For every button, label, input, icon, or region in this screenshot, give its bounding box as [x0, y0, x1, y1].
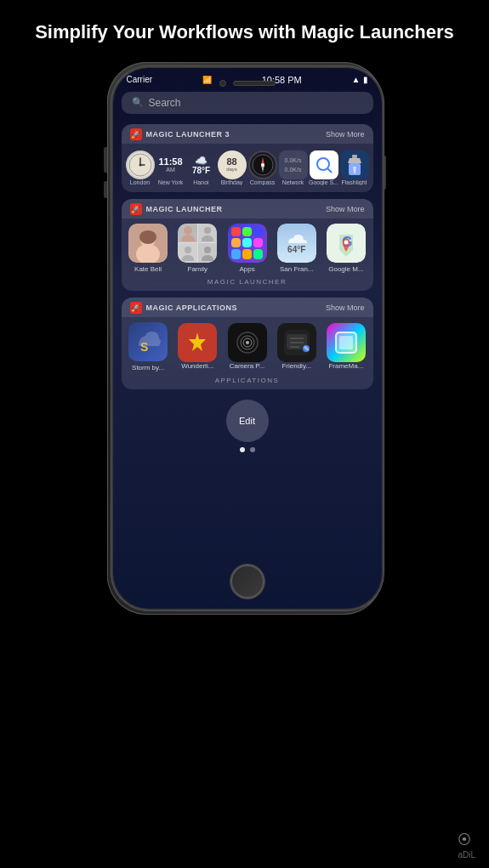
page-wrapper: Simplify Your Workflows with Magic Launc… — [0, 0, 489, 868]
widget-card-launcher3: 🚀 MAGIC LAUNCHER 3 Show More — [122, 124, 373, 192]
edit-button[interactable]: Edit — [226, 400, 269, 442]
phone-outer: Carrier 📶 10:58 PM ▲ ▮ 🔍 Search — [107, 62, 383, 615]
app-item-weather-sf[interactable]: 64°F San Fran... — [273, 224, 320, 273]
weather-sf-box: 64°F — [277, 224, 316, 263]
widget-item-google-search[interactable]: Google S... — [310, 150, 338, 185]
mosaic-cell-1 — [178, 224, 197, 243]
apps-dot-2 — [242, 227, 252, 236]
widget-item-compass[interactable]: Compass — [249, 150, 276, 185]
pagination-dots — [113, 442, 382, 456]
brand-icon: ⦿ — [458, 832, 471, 847]
launcher3-icon: 🚀 — [130, 128, 142, 140]
app-item-framemag[interactable]: FrameMa... — [322, 323, 369, 370]
app-item-gmaps[interactable]: G Google M... — [322, 224, 369, 273]
days-widget: 88 days — [218, 150, 247, 179]
widget-header-launcher2: 🚀 MAGIC LAUNCHER Show More — [122, 199, 373, 218]
svg-point-24 — [204, 247, 211, 253]
net-up: 0.0K/s — [285, 156, 302, 164]
apps-dot-5 — [242, 238, 252, 247]
widget-item-birthday[interactable]: 88 days Birthday — [219, 150, 246, 185]
side-btn-mute — [104, 147, 107, 173]
apps-dot-7 — [231, 249, 241, 258]
app-item-wunderlist[interactable]: Wunderli... — [174, 323, 221, 370]
applications-icon: 🚀 — [130, 302, 142, 314]
app-item-friendly[interactable]: ✎ Friendly... — [273, 323, 320, 370]
pagination-dot-1 — [240, 447, 245, 452]
launcher3-items-row: London 11:58 AM New York — [122, 144, 373, 192]
svg-text:S: S — [140, 340, 148, 354]
weather-hanoi-widget: ☁️ 78°F — [187, 150, 216, 179]
svg-point-21 — [202, 235, 213, 241]
widget-header-left2: 🚀 MAGIC LAUNCHER — [130, 203, 223, 215]
net-down: 0.0K/s — [285, 166, 302, 173]
svg-point-17 — [139, 230, 156, 244]
brand-mark: ⦿ aDiL — [458, 829, 475, 859]
friendly-label: Friendly... — [281, 362, 311, 370]
widget-item-clock[interactable]: London — [127, 150, 154, 185]
wunderlist-label: Wunderli... — [181, 362, 213, 370]
svg-marker-30 — [189, 332, 206, 351]
flashlight-widget — [340, 150, 369, 179]
widget-header-apps: 🚀 MAGIC APPLICATIONS Show More — [122, 298, 373, 317]
widget-item-weather-hanoi[interactable]: ☁️ 78°F Hanoi — [188, 150, 215, 185]
svg-point-7 — [261, 163, 264, 167]
show-more-apps[interactable]: Show More — [326, 304, 365, 312]
storm-label: Storm by... — [132, 364, 164, 372]
flashlight-label: Flashlight — [342, 179, 367, 185]
app-item-family[interactable]: Family — [174, 224, 221, 273]
svg-point-3 — [139, 163, 141, 166]
widget-item-flashlight[interactable]: Flashlight — [341, 150, 368, 185]
camerapro-label: Camera P... — [230, 362, 265, 370]
status-right: ▲ ▮ — [352, 75, 368, 84]
network-label: Network — [282, 179, 304, 185]
launcher2-footer: MAGIC LAUNCHER — [122, 276, 373, 291]
google-search-widget — [310, 150, 338, 179]
search-bar[interactable]: 🔍 Search — [122, 92, 373, 114]
weather-sf-icon: 64°F — [277, 224, 316, 263]
show-more-launcher3[interactable]: Show More — [326, 130, 365, 139]
family-label: Family — [188, 265, 208, 273]
carrier-label: Carrier — [127, 75, 153, 84]
svg-point-23 — [182, 255, 194, 261]
family-mosaic — [178, 224, 217, 263]
svg-rect-10 — [352, 155, 357, 158]
apps-icon — [228, 224, 267, 263]
svg-point-34 — [246, 341, 249, 344]
app-item-storm[interactable]: S Storm by... — [125, 322, 172, 372]
svg-point-20 — [204, 227, 211, 234]
svg-rect-43 — [339, 336, 353, 349]
framemag-icon-box — [327, 323, 366, 362]
framemag-label: FrameMa... — [328, 362, 363, 370]
wifi-icon: 📶 — [202, 76, 212, 84]
days-sub: days — [226, 167, 237, 172]
mosaic-cell-2 — [198, 224, 218, 243]
widget-item-time[interactable]: 11:58 AM New York — [157, 150, 185, 185]
kate-label: Kate Bell — [134, 265, 162, 273]
battery-icon: ▮ — [363, 75, 368, 84]
network-widget: 0.0K/s 0.0K/s — [279, 150, 308, 179]
google-search-label: Google S... — [309, 179, 338, 185]
app-item-kate[interactable]: Kate Bell — [125, 224, 172, 273]
launcher2-icon: 🚀 — [130, 203, 142, 215]
widget-card-applications: 🚀 MAGIC APPLICATIONS Show More — [122, 298, 373, 389]
app-item-apps[interactable]: Apps — [224, 224, 270, 273]
compass-label: Compass — [250, 179, 276, 185]
phone-screen: Carrier 📶 10:58 PM ▲ ▮ 🔍 Search — [113, 68, 382, 609]
time-label: New York — [158, 179, 184, 185]
svg-marker-11 — [348, 158, 361, 163]
apps-dot-3 — [253, 227, 263, 236]
show-more-launcher2[interactable]: Show More — [326, 205, 365, 213]
edit-button-container: Edit — [226, 400, 269, 442]
applications-footer: APPLICATIONS — [122, 375, 373, 389]
friendly-icon-box: ✎ — [277, 323, 316, 362]
weather-hanoi-label: Hanoi — [193, 179, 208, 185]
widget-item-network[interactable]: 0.0K/s 0.0K/s Network — [280, 150, 307, 185]
signal-icon: ▲ — [352, 75, 361, 84]
brand-text: aDiL — [458, 850, 475, 859]
speaker — [233, 81, 276, 86]
weather-sf-label: San Fran... — [280, 265, 314, 273]
home-button[interactable] — [230, 564, 264, 599]
app-item-camerapro[interactable]: Camera P... — [224, 323, 270, 370]
wunderlist-icon-box — [178, 323, 217, 362]
family-icon — [178, 224, 217, 263]
